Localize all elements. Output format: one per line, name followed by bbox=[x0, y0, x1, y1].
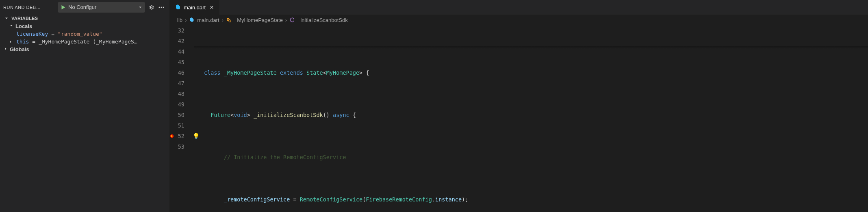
chevron-right-icon: › bbox=[222, 17, 224, 23]
breakpoint-icon[interactable] bbox=[170, 133, 175, 139]
locals-scope[interactable]: Locals bbox=[0, 22, 169, 30]
variables-section-header[interactable]: VARIABLES bbox=[0, 14, 169, 22]
settings-gear-button[interactable] bbox=[146, 2, 156, 12]
chevron-right-icon bbox=[3, 46, 8, 52]
code-editor[interactable]: 32 42 44 45 46 47 48 49 50 51 52 💡 53 cl… bbox=[170, 25, 868, 212]
var-name: this bbox=[16, 39, 29, 45]
line-number: 51 bbox=[170, 120, 188, 131]
line-number: 46 bbox=[170, 67, 188, 78]
chevron-right-icon bbox=[8, 39, 15, 44]
dart-file-icon bbox=[189, 17, 195, 23]
editor-tab[interactable]: main.dart bbox=[170, 0, 220, 15]
line-number: 42 bbox=[170, 36, 188, 46]
lightbulb-icon[interactable]: 💡 bbox=[193, 131, 200, 141]
play-icon bbox=[60, 4, 66, 10]
var-value: "random_value" bbox=[58, 31, 102, 37]
debug-controls: No Configur bbox=[58, 2, 166, 13]
chevron-down-icon bbox=[3, 16, 10, 21]
code-line: // Initialize the RemoteConfigService bbox=[204, 152, 868, 162]
var-eq: = bbox=[32, 39, 35, 45]
variable-row[interactable]: this = _MyHomePageState (_MyHomePageS… bbox=[0, 38, 169, 45]
code-line: _remoteConfigService = RemoteConfigServi… bbox=[204, 194, 868, 205]
globals-label: Globals bbox=[10, 46, 29, 52]
chevron-right-icon: › bbox=[285, 17, 287, 23]
close-tab-button[interactable] bbox=[208, 4, 215, 11]
tab-bar: main.dart bbox=[170, 0, 868, 15]
breadcrumb-class[interactable]: _MyHomePageState bbox=[226, 17, 283, 23]
line-number: 32 bbox=[170, 25, 188, 36]
config-name: No Configur bbox=[68, 4, 135, 10]
debug-sidebar: RUN AND DEB… No Configur VARIABLES bbox=[0, 0, 170, 212]
line-number: 47 bbox=[170, 78, 188, 89]
line-number: 48 bbox=[170, 89, 188, 99]
globals-scope[interactable]: Globals bbox=[0, 45, 169, 53]
dart-file-icon bbox=[175, 4, 181, 11]
svg-point-1 bbox=[161, 6, 162, 8]
line-number: 50 bbox=[170, 110, 188, 120]
var-value: _MyHomePageState (_MyHomePageS… bbox=[39, 39, 137, 45]
breadcrumb-folder[interactable]: lib bbox=[177, 17, 182, 23]
breadcrumb: lib › main.dart › _MyHomePageState › _in… bbox=[170, 15, 868, 25]
tab-filename: main.dart bbox=[184, 4, 206, 11]
sidebar-header: RUN AND DEB… No Configur bbox=[0, 0, 169, 14]
svg-point-0 bbox=[159, 6, 160, 8]
line-number: 49 bbox=[170, 99, 188, 110]
run-debug-title: RUN AND DEB… bbox=[3, 5, 56, 10]
line-number: 52 💡 bbox=[170, 131, 188, 141]
var-name: licenseKey bbox=[16, 31, 48, 37]
svg-point-2 bbox=[163, 6, 164, 8]
breadcrumb-file[interactable]: main.dart bbox=[189, 17, 219, 23]
chevron-right-icon: › bbox=[185, 17, 187, 23]
class-icon bbox=[226, 17, 232, 23]
config-dropdown[interactable]: No Configur bbox=[58, 2, 145, 13]
code-content[interactable]: class _MyHomePageState extends State<MyH… bbox=[194, 25, 868, 212]
line-gutter: 32 42 44 45 46 47 48 49 50 51 52 💡 53 bbox=[170, 25, 194, 212]
method-icon bbox=[289, 17, 295, 23]
chevron-down-icon bbox=[9, 23, 14, 29]
variable-row[interactable]: licenseKey = "random_value" bbox=[0, 30, 169, 38]
line-number: 53 bbox=[170, 141, 188, 152]
code-line: Future<void> _initializeScanbotSdk() asy… bbox=[204, 110, 868, 120]
line-number: 45 bbox=[170, 57, 188, 67]
code-line: class _MyHomePageState extends State<MyH… bbox=[204, 67, 868, 78]
breadcrumb-method[interactable]: _initializeScanbotSdk bbox=[289, 17, 348, 23]
more-actions-button[interactable] bbox=[156, 2, 166, 12]
chevron-down-icon bbox=[138, 5, 143, 10]
line-number: 44 bbox=[170, 46, 188, 57]
editor-group: main.dart lib › main.dart › _MyHomePageS… bbox=[170, 0, 868, 212]
variables-section-title: VARIABLES bbox=[11, 16, 38, 21]
svg-point-3 bbox=[229, 20, 231, 22]
var-eq: = bbox=[51, 31, 54, 37]
locals-label: Locals bbox=[15, 23, 32, 29]
